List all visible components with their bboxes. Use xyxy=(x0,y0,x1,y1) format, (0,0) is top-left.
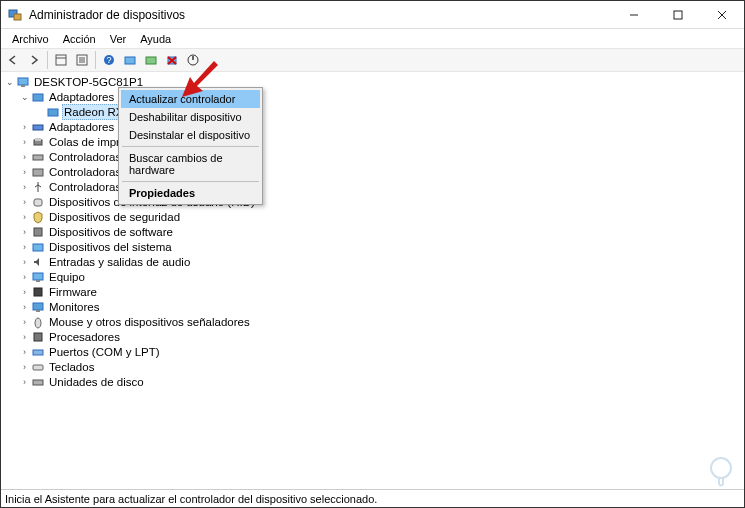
svg-rect-41 xyxy=(33,380,43,385)
ctx-disable-device[interactable]: Deshabilitar dispositivo xyxy=(121,108,260,126)
device-icon xyxy=(30,314,45,329)
tree-item[interactable]: ›Dispositivos de seguridad xyxy=(4,209,744,224)
device-icon xyxy=(30,149,45,164)
menu-file[interactable]: Archivo xyxy=(5,31,56,47)
svg-rect-36 xyxy=(36,310,40,312)
svg-rect-34 xyxy=(34,288,42,296)
expand-icon[interactable]: › xyxy=(19,151,30,162)
close-button[interactable] xyxy=(700,1,744,28)
watermark-icon xyxy=(704,455,738,489)
forward-button[interactable] xyxy=(24,50,44,70)
expand-icon[interactable]: › xyxy=(19,331,30,342)
tree-root[interactable]: ⌄ DESKTOP-5GC81P1 xyxy=(4,74,744,89)
ctx-properties[interactable]: Propiedades xyxy=(121,184,260,202)
expand-icon[interactable]: ⌄ xyxy=(4,76,15,87)
window-title: Administrador de dispositivos xyxy=(29,8,612,22)
show-hide-tree-button[interactable] xyxy=(51,50,71,70)
tree-item[interactable]: ›Teclados xyxy=(4,359,744,374)
tree-item-label: Entradas y salidas de audio xyxy=(47,255,192,269)
ctx-update-driver[interactable]: Actualizar controlador xyxy=(121,90,260,108)
expand-icon[interactable]: › xyxy=(19,241,30,252)
tree-item-label: Mouse y otros dispositivos señaladores xyxy=(47,315,252,329)
svg-rect-35 xyxy=(33,303,43,310)
svg-text:?: ? xyxy=(106,55,111,65)
tree-item[interactable]: ›Entradas y salidas de audio xyxy=(4,254,744,269)
svg-rect-20 xyxy=(18,78,28,85)
expand-icon[interactable]: › xyxy=(19,211,30,222)
expand-icon[interactable]: › xyxy=(19,226,30,237)
device-icon xyxy=(30,329,45,344)
tree-item[interactable]: ›Unidades de disco xyxy=(4,374,744,389)
device-icon xyxy=(30,374,45,389)
uninstall-button[interactable] xyxy=(162,50,182,70)
expand-icon[interactable]: › xyxy=(19,301,30,312)
expand-icon[interactable]: › xyxy=(19,166,30,177)
menu-action[interactable]: Acción xyxy=(56,31,103,47)
device-tree: ⌄ DESKTOP-5GC81P1 ⌄ Adaptadores de panta… xyxy=(1,72,744,389)
tree-item[interactable]: ›Firmware xyxy=(4,284,744,299)
tree-item-label: Equipo xyxy=(47,270,87,284)
tree-item[interactable]: ›Mouse y otros dispositivos señaladores xyxy=(4,314,744,329)
expand-icon[interactable]: › xyxy=(19,346,30,357)
expand-icon[interactable]: › xyxy=(19,376,30,387)
svg-rect-23 xyxy=(48,109,58,116)
tree-item[interactable]: ›Equipo xyxy=(4,269,744,284)
ctx-uninstall-device[interactable]: Desinstalar el dispositivo xyxy=(121,126,260,144)
menu-help[interactable]: Ayuda xyxy=(133,31,178,47)
expand-icon[interactable]: › xyxy=(19,271,30,282)
expand-icon[interactable]: › xyxy=(19,316,30,327)
device-icon xyxy=(30,239,45,254)
tree-item-label: Monitores xyxy=(47,300,102,314)
tree-item-radeon[interactable]: Radeon RX 5 xyxy=(4,104,744,119)
tree-item[interactable]: ›Monitores xyxy=(4,299,744,314)
tree-item[interactable]: ›Procesadores xyxy=(4,329,744,344)
ctx-separator xyxy=(122,146,259,147)
back-button[interactable] xyxy=(3,50,23,70)
tree-item[interactable]: ›Controladoras A xyxy=(4,149,744,164)
device-icon xyxy=(30,209,45,224)
expand-icon[interactable]: › xyxy=(19,196,30,207)
tree-item-display-adapters[interactable]: ⌄ Adaptadores de pantalla xyxy=(4,89,744,104)
properties-button[interactable] xyxy=(72,50,92,70)
svg-rect-31 xyxy=(33,244,43,251)
update-driver-button[interactable] xyxy=(141,50,161,70)
display-adapter-icon xyxy=(45,104,60,119)
svg-rect-27 xyxy=(33,155,43,160)
tree-item-label: Dispositivos de software xyxy=(47,225,175,239)
tree-item[interactable]: ›Adaptadores de xyxy=(4,119,744,134)
svg-rect-32 xyxy=(33,273,43,280)
svg-point-37 xyxy=(35,318,41,328)
expand-icon[interactable]: › xyxy=(19,181,30,192)
menu-view[interactable]: Ver xyxy=(103,31,134,47)
tree-item-label: Teclados xyxy=(47,360,96,374)
expand-icon[interactable]: › xyxy=(19,286,30,297)
scan-hardware-button[interactable] xyxy=(120,50,140,70)
maximize-button[interactable] xyxy=(656,1,700,28)
svg-rect-28 xyxy=(33,169,43,176)
device-icon xyxy=(30,164,45,179)
tree-item[interactable]: ›Controladoras d xyxy=(4,179,744,194)
minimize-button[interactable] xyxy=(612,1,656,28)
device-icon xyxy=(30,284,45,299)
tree-item[interactable]: ›Dispositivos del sistema xyxy=(4,239,744,254)
tree-item[interactable]: ›Colas de impresi xyxy=(4,134,744,149)
tree-item[interactable]: ›Dispositivos de software xyxy=(4,224,744,239)
tree-item[interactable]: ›Puertos (COM y LPT) xyxy=(4,344,744,359)
expand-icon[interactable]: › xyxy=(19,136,30,147)
expand-icon[interactable]: ⌄ xyxy=(19,91,30,102)
help-button[interactable]: ? xyxy=(99,50,119,70)
device-icon xyxy=(30,224,45,239)
device-icon xyxy=(30,359,45,374)
tree-item[interactable]: ›Controladoras d xyxy=(4,164,744,179)
expand-icon[interactable]: › xyxy=(19,361,30,372)
disable-button[interactable] xyxy=(183,50,203,70)
svg-rect-33 xyxy=(36,280,40,282)
tree-item-label: Dispositivos de seguridad xyxy=(47,210,182,224)
tree-item[interactable]: ›Dispositivos de interfaz de usuario (HI… xyxy=(4,194,744,209)
ctx-scan-hardware[interactable]: Buscar cambios de hardware xyxy=(121,149,260,179)
expand-icon[interactable]: › xyxy=(19,256,30,267)
expand-icon[interactable]: › xyxy=(19,121,30,132)
svg-rect-3 xyxy=(674,11,682,19)
svg-rect-15 xyxy=(146,57,156,64)
device-icon xyxy=(30,299,45,314)
